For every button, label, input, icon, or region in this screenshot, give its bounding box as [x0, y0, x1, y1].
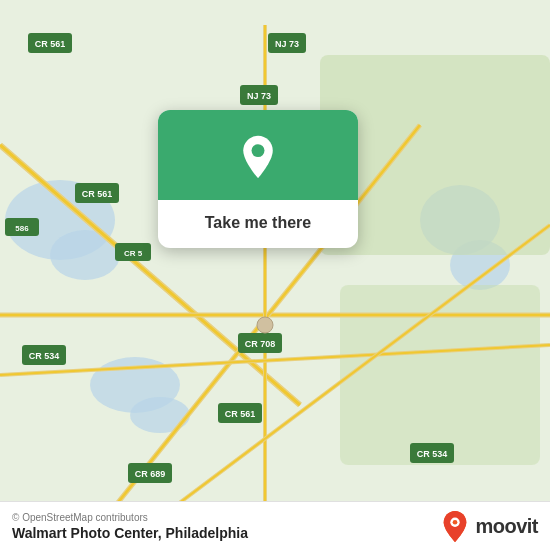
moovit-logo: moovit	[441, 510, 538, 542]
svg-text:CR 689: CR 689	[135, 469, 166, 479]
map-background: CR 561 NJ 73 NJ 73 CR 561 CR 5 586 CR 53…	[0, 0, 550, 550]
moovit-brand-icon	[441, 510, 469, 542]
take-me-there-button[interactable]: Take me there	[185, 200, 331, 248]
location-name: Walmart Photo Center, Philadelphia	[12, 525, 248, 541]
map-container: CR 561 NJ 73 NJ 73 CR 561 CR 5 586 CR 53…	[0, 0, 550, 550]
bottom-bar: © OpenStreetMap contributors Walmart Pho…	[0, 501, 550, 550]
svg-text:CR 708: CR 708	[245, 339, 276, 349]
svg-text:CR 561: CR 561	[82, 189, 113, 199]
copyright-text: © OpenStreetMap contributors	[12, 512, 248, 523]
svg-text:CR 5: CR 5	[124, 249, 143, 258]
moovit-wordmark: moovit	[475, 515, 538, 538]
svg-text:CR 534: CR 534	[29, 351, 60, 361]
bottom-left: © OpenStreetMap contributors Walmart Pho…	[12, 512, 248, 541]
svg-text:CR 561: CR 561	[35, 39, 66, 49]
svg-text:CR 561: CR 561	[225, 409, 256, 419]
svg-text:NJ 73: NJ 73	[247, 91, 271, 101]
svg-point-46	[453, 520, 458, 525]
svg-point-44	[252, 144, 265, 157]
svg-point-43	[257, 317, 273, 333]
card-top	[158, 110, 358, 200]
svg-text:CR 534: CR 534	[417, 449, 448, 459]
svg-text:586: 586	[15, 224, 29, 233]
svg-rect-8	[340, 285, 540, 465]
svg-text:NJ 73: NJ 73	[275, 39, 299, 49]
location-pin-icon	[234, 134, 282, 182]
action-card[interactable]: Take me there	[158, 110, 358, 248]
